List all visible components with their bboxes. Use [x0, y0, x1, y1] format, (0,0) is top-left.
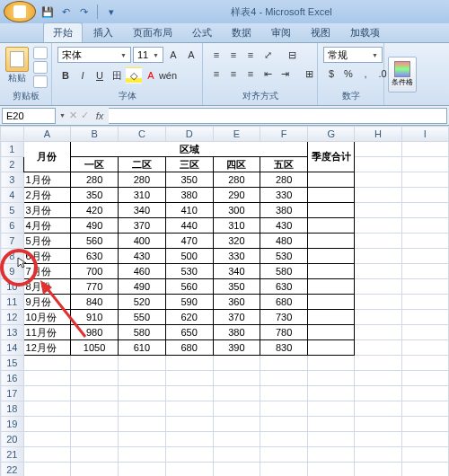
align-middle-icon[interactable]: ≡	[225, 47, 242, 63]
cell-total-14[interactable]	[307, 340, 354, 356]
header-col-3[interactable]: 四区	[213, 157, 260, 172]
tab-4[interactable]: 数据	[223, 23, 260, 42]
cell-13-2[interactable]: 650	[165, 325, 213, 340]
percent-icon[interactable]: %	[340, 66, 357, 82]
qat-dropdown-icon[interactable]: ▾	[105, 5, 118, 18]
cell-5-2[interactable]: 410	[165, 203, 213, 218]
cell-12-2[interactable]: 620	[165, 310, 213, 325]
cell-4-4[interactable]: 330	[260, 188, 308, 203]
cell-month-11[interactable]: 9月份	[23, 295, 71, 310]
name-box-dropdown-icon[interactable]: ▼	[59, 112, 66, 119]
cell-8-0[interactable]: 630	[71, 249, 119, 264]
cell-12-1[interactable]: 550	[119, 310, 166, 325]
row-header-12[interactable]: 12	[1, 310, 24, 325]
row-header-15[interactable]: 15	[1, 356, 24, 371]
font-color-button[interactable]: A	[143, 67, 159, 84]
cell-total-4[interactable]	[307, 188, 354, 203]
col-header-A[interactable]: A	[23, 127, 71, 142]
cell-8-3[interactable]: 330	[213, 249, 260, 264]
row-header-2[interactable]: 2	[1, 157, 24, 172]
decrease-indent-icon[interactable]: ⇤	[260, 66, 276, 82]
row-header-1[interactable]: 1	[1, 142, 24, 157]
select-all-corner[interactable]	[1, 127, 24, 142]
cell-5-1[interactable]: 340	[119, 203, 166, 218]
cell-4-3[interactable]: 290	[213, 188, 260, 203]
row-header-10[interactable]: 10	[1, 279, 24, 295]
align-bottom-icon[interactable]: ≡	[242, 47, 259, 63]
cell-11-2[interactable]: 590	[165, 295, 213, 310]
cell-total-3[interactable]	[307, 172, 354, 188]
increase-indent-icon[interactable]: ⇥	[277, 66, 293, 82]
cell-14-2[interactable]: 680	[165, 340, 213, 356]
cell-5-3[interactable]: 300	[213, 203, 260, 218]
cell-month-3[interactable]: 1月份	[23, 172, 71, 188]
worksheet-area[interactable]: ABCDEFGHI1月份区域季度合计2一区二区三区四区五区31月份2802803…	[0, 126, 449, 476]
cell-total-10[interactable]	[307, 279, 354, 295]
comma-icon[interactable]: ,	[357, 66, 374, 82]
italic-button[interactable]: I	[75, 67, 91, 84]
font-name-combo[interactable]: 宋体▼	[57, 47, 131, 63]
header-col-1[interactable]: 二区	[119, 157, 166, 172]
number-format-combo[interactable]: 常规▼	[323, 47, 383, 63]
header-region[interactable]: 区域	[71, 142, 308, 157]
cell-11-1[interactable]: 520	[119, 295, 166, 310]
wrap-text-button[interactable]: ⊟	[277, 47, 307, 63]
row-header-16[interactable]: 16	[1, 371, 24, 386]
cell-3-2[interactable]: 350	[165, 172, 213, 188]
row-header-4[interactable]: 4	[1, 188, 24, 203]
cell-4-2[interactable]: 380	[165, 188, 213, 203]
align-left-icon[interactable]: ≡	[208, 66, 224, 82]
cell-10-0[interactable]: 770	[71, 279, 119, 295]
cell-5-4[interactable]: 380	[260, 203, 308, 218]
format-painter-icon[interactable]	[33, 75, 48, 88]
row-header-8[interactable]: 8	[1, 249, 24, 264]
undo-icon[interactable]: ↶	[59, 5, 72, 18]
cell-8-4[interactable]: 530	[260, 249, 308, 264]
row-header-18[interactable]: 18	[1, 401, 24, 417]
col-header-I[interactable]: I	[401, 127, 448, 142]
col-header-E[interactable]: E	[213, 127, 260, 142]
align-top-icon[interactable]: ≡	[208, 47, 224, 63]
cell-9-3[interactable]: 340	[213, 264, 260, 279]
cell-13-1[interactable]: 580	[119, 325, 166, 340]
cell-month-8[interactable]: 6月份	[23, 249, 71, 264]
cell-9-2[interactable]: 530	[165, 264, 213, 279]
cell-13-4[interactable]: 780	[260, 325, 308, 340]
align-right-icon[interactable]: ≡	[242, 66, 259, 82]
cell-month-10[interactable]: 8月份	[23, 279, 71, 295]
redo-icon[interactable]: ↷	[77, 5, 90, 18]
enter-icon[interactable]: ✓	[81, 110, 89, 121]
col-header-G[interactable]: G	[307, 127, 354, 142]
conditional-format-button[interactable]: 条件格	[388, 57, 417, 93]
fill-color-button[interactable]: ◇	[126, 67, 142, 84]
cell-total-5[interactable]	[307, 203, 354, 218]
row-header-11[interactable]: 11	[1, 295, 24, 310]
increase-font-icon[interactable]: A	[165, 47, 181, 63]
cell-total-12[interactable]	[307, 310, 354, 325]
cell-14-4[interactable]: 830	[260, 340, 308, 356]
cell-month-5[interactable]: 3月份	[23, 203, 71, 218]
cell-month-7[interactable]: 5月份	[23, 234, 71, 249]
cell-8-2[interactable]: 500	[165, 249, 213, 264]
cell-10-2[interactable]: 560	[165, 279, 213, 295]
orientation-icon[interactable]: ⤢	[260, 47, 276, 63]
cell-13-3[interactable]: 380	[213, 325, 260, 340]
tab-2[interactable]: 页面布局	[124, 23, 181, 42]
cell-total-13[interactable]	[307, 325, 354, 340]
cell-month-9[interactable]: 7月份	[23, 264, 71, 279]
cut-icon[interactable]	[33, 47, 48, 59]
cell-13-0[interactable]: 980	[71, 325, 119, 340]
font-size-combo[interactable]: 11▼	[133, 47, 163, 63]
header-col-2[interactable]: 三区	[165, 157, 213, 172]
cell-month-13[interactable]: 11月份	[23, 325, 71, 340]
currency-icon[interactable]: $	[323, 66, 339, 82]
header-col-0[interactable]: 一区	[71, 157, 119, 172]
cell-total-8[interactable]	[307, 249, 354, 264]
cell-12-4[interactable]: 730	[260, 310, 308, 325]
cell-12-0[interactable]: 910	[71, 310, 119, 325]
header-total[interactable]: 季度合计	[307, 142, 354, 172]
cell-9-4[interactable]: 580	[260, 264, 308, 279]
cell-6-1[interactable]: 370	[119, 218, 166, 234]
col-header-F[interactable]: F	[260, 127, 308, 142]
cell-6-3[interactable]: 310	[213, 218, 260, 234]
